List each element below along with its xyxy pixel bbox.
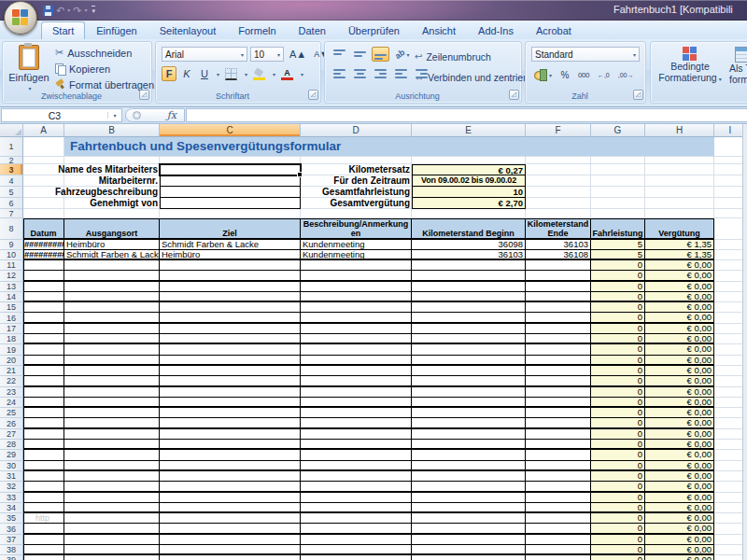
cell-F19[interactable]	[526, 344, 591, 355]
cell-G31[interactable]: 0	[591, 471, 645, 482]
cell-G38[interactable]: 0	[591, 545, 645, 555]
cell-A15[interactable]	[23, 302, 64, 313]
alignment-dialog-launcher[interactable]: ◿	[509, 90, 519, 100]
cell-H23[interactable]: € 0,00	[645, 387, 714, 398]
column-header-C[interactable]: C	[160, 124, 301, 137]
cell-E3[interactable]: € 0,27	[412, 164, 526, 175]
cell-D10[interactable]: Kundenmeeting	[301, 250, 412, 260]
cell-B9[interactable]: Heimbüro	[64, 240, 160, 250]
font-size-select[interactable]: 10 ▾	[250, 47, 284, 62]
cell-F33[interactable]	[526, 493, 591, 503]
cell-E31[interactable]	[412, 471, 526, 482]
cell-E17[interactable]	[412, 324, 526, 334]
cell-B19[interactable]	[64, 344, 160, 355]
cell-B30[interactable]	[64, 461, 160, 471]
cell-H36[interactable]: € 0,00	[645, 524, 714, 534]
cell-C8[interactable]: Ziel	[160, 218, 301, 240]
cell-E38[interactable]	[412, 545, 526, 555]
cell-F2[interactable]	[526, 157, 591, 164]
cell-F11[interactable]	[526, 260, 591, 271]
cell-D21[interactable]	[301, 366, 412, 376]
cell-G29[interactable]: 0	[591, 450, 645, 460]
conditional-formatting-button[interactable]: Bedingte Formatierung▾	[656, 47, 724, 85]
formula-input[interactable]	[186, 108, 747, 122]
column-header-H[interactable]: H	[645, 124, 714, 137]
cell-C20[interactable]	[160, 356, 301, 366]
row-header-11[interactable]: 11	[0, 260, 23, 271]
cell-E21[interactable]	[412, 366, 526, 376]
cell-F23[interactable]	[526, 387, 591, 398]
cell-B32[interactable]	[64, 482, 160, 492]
tab-add-ins[interactable]: Add-Ins	[467, 21, 525, 39]
cell-C6[interactable]	[160, 198, 301, 209]
cell-C26[interactable]	[160, 418, 301, 428]
cell-D32[interactable]	[301, 482, 412, 492]
cell-G9[interactable]: 5	[591, 240, 645, 250]
cell-H16[interactable]: € 0,00	[645, 313, 714, 323]
cell-H33[interactable]: € 0,00	[645, 493, 714, 503]
cell-F10[interactable]: 36108	[526, 250, 591, 260]
cell-A39[interactable]	[23, 555, 64, 560]
cell-H6[interactable]	[645, 198, 714, 209]
cell-G11[interactable]: 0	[591, 260, 645, 271]
cell-C35[interactable]	[160, 513, 301, 524]
cell-A38[interactable]	[23, 545, 64, 555]
cell-H11[interactable]: € 0,00	[645, 260, 714, 271]
copy-button[interactable]: Kopieren	[55, 61, 154, 77]
cell-D26[interactable]	[301, 418, 412, 428]
underline-button[interactable]: U	[197, 66, 212, 81]
cell-C38[interactable]	[160, 545, 301, 555]
row-header-18[interactable]: 18	[0, 334, 23, 344]
cell-F30[interactable]	[526, 461, 591, 471]
cell-C9[interactable]: Schmidt Farben & Lacke	[160, 240, 301, 250]
cell-E32[interactable]	[412, 482, 526, 492]
cell-G24[interactable]: 0	[591, 398, 645, 408]
cell-B37[interactable]	[64, 535, 160, 545]
undo-dropdown-icon[interactable]: ▾	[67, 7, 70, 13]
cell-G16[interactable]: 0	[591, 313, 645, 323]
tab-formeln[interactable]: Formeln	[227, 21, 287, 39]
cell-F9[interactable]: 36103	[526, 240, 591, 250]
cell-D24[interactable]	[301, 398, 412, 408]
cell-C37[interactable]	[160, 535, 301, 545]
cell-B39[interactable]	[64, 555, 160, 560]
cell-F35[interactable]	[526, 513, 591, 524]
name-box[interactable]: C3 ▾	[1, 108, 122, 122]
cell-C39[interactable]	[160, 555, 301, 560]
cut-button[interactable]: ✂ Ausschneiden	[55, 45, 154, 61]
cell-F20[interactable]	[526, 356, 591, 366]
cell-E1[interactable]	[412, 137, 526, 157]
cell-C10[interactable]: Heimbüro	[160, 250, 301, 260]
cell-F7[interactable]	[526, 209, 591, 218]
cell-G4[interactable]	[591, 175, 645, 187]
cell-F26[interactable]	[526, 418, 591, 428]
cell-B14[interactable]	[64, 292, 160, 302]
cell-E37[interactable]	[412, 535, 526, 545]
cell-A4[interactable]	[23, 175, 64, 187]
insert-function-icon[interactable]: ƒx	[167, 109, 176, 121]
cell-G13[interactable]: 0	[591, 282, 645, 292]
cell-D15[interactable]	[301, 302, 412, 313]
select-all-corner[interactable]	[0, 124, 23, 137]
row-header-33[interactable]: 33	[0, 493, 23, 503]
cell-A34[interactable]	[23, 503, 64, 513]
cell-G30[interactable]: 0	[591, 461, 645, 471]
font-dialog-launcher[interactable]: ◿	[308, 90, 318, 100]
cell-B18[interactable]	[64, 334, 160, 344]
cell-H4[interactable]	[645, 175, 714, 187]
cell-A33[interactable]	[23, 493, 64, 503]
cell-C14[interactable]	[160, 292, 301, 302]
cell-F3[interactable]	[526, 164, 591, 175]
row-header-36[interactable]: 36	[0, 524, 23, 534]
cell-F37[interactable]	[526, 535, 591, 545]
fill-color-button[interactable]	[250, 66, 268, 81]
cell-H22[interactable]: € 0,00	[645, 376, 714, 386]
cell-G8[interactable]: Fahrleistung	[591, 218, 645, 240]
tab-acrobat[interactable]: Acrobat	[525, 21, 583, 39]
font-color-dropdown-icon[interactable]: ▾	[301, 71, 303, 77]
cell-A22[interactable]	[23, 376, 64, 386]
cell-D8[interactable]: Beschreibung/Anmerkungen	[301, 218, 412, 240]
cell-G1[interactable]	[591, 137, 645, 157]
align-center-button[interactable]	[351, 66, 369, 81]
cell-H28[interactable]: € 0,00	[645, 440, 714, 450]
